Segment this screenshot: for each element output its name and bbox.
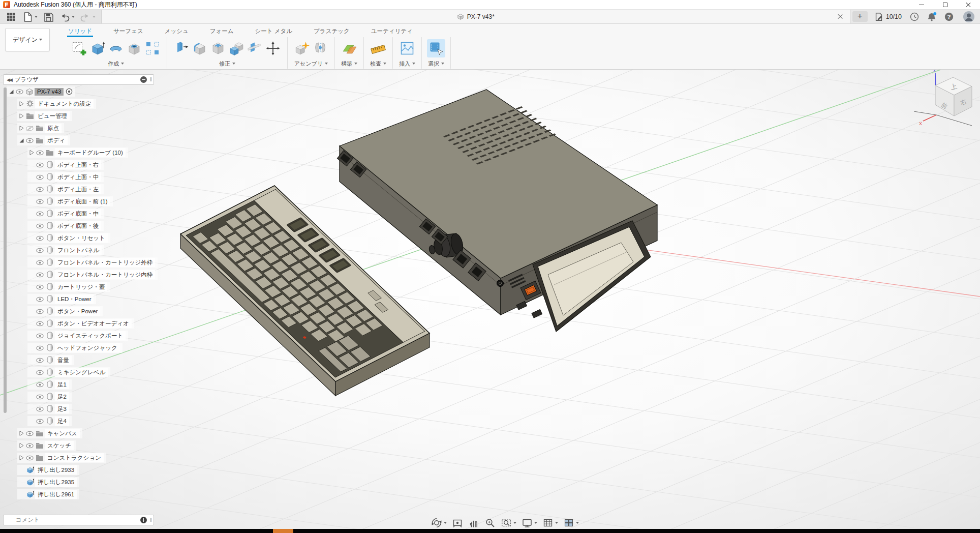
tree-collapsed-icon[interactable]	[18, 125, 24, 131]
tree-row[interactable]: 足2	[27, 392, 72, 402]
minimize-button[interactable]	[910, 0, 933, 10]
visibility-eye-icon[interactable]	[36, 187, 44, 192]
visibility-eye-icon[interactable]	[36, 321, 44, 327]
tree-row[interactable]: 音量	[27, 355, 74, 365]
panel-grip[interactable]: ‖	[150, 77, 152, 82]
tree-row[interactable]: ボディ底面・前 (1)	[27, 196, 113, 206]
tree-row[interactable]: 足4	[27, 416, 72, 426]
pattern-button[interactable]	[143, 39, 162, 57]
browser-header[interactable]: ◀◀ ブラウザ ‖	[3, 74, 154, 85]
create-sketch-button[interactable]	[70, 39, 88, 57]
tree-row[interactable]: ボディ上面・左	[27, 184, 104, 194]
visibility-eye-icon[interactable]	[36, 358, 44, 363]
ribbon-tab-プラスチック[interactable]: プラスチック	[313, 26, 351, 37]
visibility-eye-icon[interactable]	[36, 260, 44, 265]
tree-row[interactable]: 押し出し2961	[17, 489, 79, 499]
visibility-eye-icon[interactable]	[36, 309, 44, 314]
tree-row[interactable]: ボディ	[17, 135, 70, 145]
redo-button[interactable]	[77, 11, 98, 23]
visibility-eye-icon[interactable]	[26, 431, 34, 436]
ribbon-group-label-検査[interactable]: 検査	[370, 60, 386, 68]
app-grid-button[interactable]	[3, 11, 19, 23]
grid-settings-button[interactable]	[541, 516, 560, 529]
visibility-eye-icon[interactable]	[36, 199, 44, 204]
combine-button[interactable]	[227, 39, 246, 57]
taskbar-active-app[interactable]	[273, 529, 293, 533]
tree-row[interactable]: LED・Power	[27, 294, 96, 304]
tree-row[interactable]: 押し出し2935	[17, 477, 79, 487]
visibility-eye-icon[interactable]	[36, 419, 44, 424]
viewports-button[interactable]	[562, 516, 580, 529]
browser-scrollbar[interactable]	[4, 87, 7, 413]
hole-button[interactable]	[125, 39, 143, 57]
workspace-dropdown[interactable]: デザイン	[5, 28, 50, 51]
tree-collapsed-icon[interactable]	[18, 455, 24, 461]
tree-collapsed-icon[interactable]	[18, 430, 24, 436]
tree-row[interactable]: キャンバス	[17, 428, 82, 438]
comment-grip[interactable]: ‖	[150, 517, 152, 523]
visibility-eye-icon[interactable]	[36, 248, 44, 253]
ribbon-group-label-構築[interactable]: 構築	[341, 60, 357, 68]
measure-button[interactable]	[369, 39, 387, 57]
split-button[interactable]	[246, 39, 264, 57]
press-pull-button[interactable]	[172, 39, 191, 57]
visibility-eye-icon[interactable]	[36, 223, 44, 229]
tree-row[interactable]: コンストラクション	[17, 453, 106, 463]
visibility-eye-icon[interactable]	[36, 272, 44, 278]
tree-expanded-icon[interactable]	[18, 137, 24, 143]
comment-add-icon[interactable]	[140, 517, 147, 523]
display-settings-button[interactable]	[520, 516, 539, 529]
visibility-eye-icon[interactable]	[36, 297, 44, 302]
maximize-button[interactable]	[933, 0, 957, 10]
comment-box[interactable]: コメント ‖	[3, 515, 154, 525]
viewport-canvas[interactable]: 上 前 右 Z X	[0, 70, 980, 529]
construction-plane-button[interactable]	[340, 39, 358, 57]
ribbon-group-label-アセンブリ[interactable]: アセンブリ	[294, 60, 328, 68]
tree-collapsed-icon[interactable]	[18, 101, 24, 107]
tree-collapsed-icon[interactable]	[18, 442, 24, 449]
tree-row[interactable]: スケッチ	[17, 440, 76, 451]
account-button[interactable]	[958, 10, 980, 23]
pan-button[interactable]	[467, 516, 481, 529]
ribbon-tab-サーフェス[interactable]: サーフェス	[112, 26, 144, 37]
tree-row[interactable]: PX-7 v43	[7, 86, 75, 97]
orbit-button[interactable]	[430, 516, 448, 529]
tree-row[interactable]: ボディ底面・中	[27, 209, 104, 219]
visibility-eye-icon[interactable]	[36, 406, 44, 412]
insert-button[interactable]	[398, 39, 416, 57]
job-status-button[interactable]	[906, 10, 923, 23]
fit-button[interactable]	[499, 516, 518, 529]
ribbon-group-label-作成[interactable]: 作成	[108, 60, 124, 68]
tree-row[interactable]: ビュー管理	[17, 111, 72, 121]
visibility-eye-icon[interactable]	[36, 150, 44, 156]
look-at-button[interactable]	[450, 516, 465, 529]
visibility-eye-icon[interactable]	[26, 138, 34, 143]
tree-row[interactable]: ドキュメントの設定	[17, 99, 96, 109]
tree-row[interactable]: 押し出し2933	[17, 465, 79, 475]
ribbon-tab-ユーティリティ[interactable]: ユーティリティ	[370, 26, 414, 37]
visibility-eye-icon[interactable]	[26, 455, 34, 461]
visibility-eye-icon[interactable]	[36, 333, 44, 339]
taskbar-sliver[interactable]	[0, 529, 980, 533]
tree-row[interactable]: ボタン・リセット	[27, 233, 110, 243]
tree-row[interactable]: ヘッドフォンジャック	[27, 343, 122, 353]
ribbon-tab-シート メタル[interactable]: シート メタル	[254, 26, 294, 37]
visibility-eye-icon[interactable]	[36, 394, 44, 400]
file-new-button[interactable]	[19, 11, 40, 23]
panel-minimize-icon[interactable]	[140, 76, 147, 83]
visibility-eye-icon[interactable]	[36, 162, 44, 168]
ribbon-group-label-挿入[interactable]: 挿入	[399, 60, 415, 68]
select-button[interactable]	[427, 39, 445, 57]
tree-row[interactable]: ボタン・ビデオオーディオ	[27, 318, 134, 329]
visibility-eye-icon[interactable]	[36, 382, 44, 388]
visibility-eye-icon[interactable]	[36, 370, 44, 375]
visibility-eye-icon[interactable]	[26, 443, 34, 449]
version-button[interactable]: 10/10	[870, 10, 906, 23]
close-button[interactable]	[957, 0, 980, 10]
visibility-eye-icon[interactable]	[36, 235, 44, 241]
activate-radio-icon[interactable]	[66, 88, 73, 95]
ribbon-tab-フォーム[interactable]: フォーム	[209, 26, 235, 37]
zoom-button[interactable]	[483, 516, 497, 529]
extrude-button[interactable]	[88, 39, 107, 57]
visibility-eye-icon[interactable]	[36, 345, 44, 351]
